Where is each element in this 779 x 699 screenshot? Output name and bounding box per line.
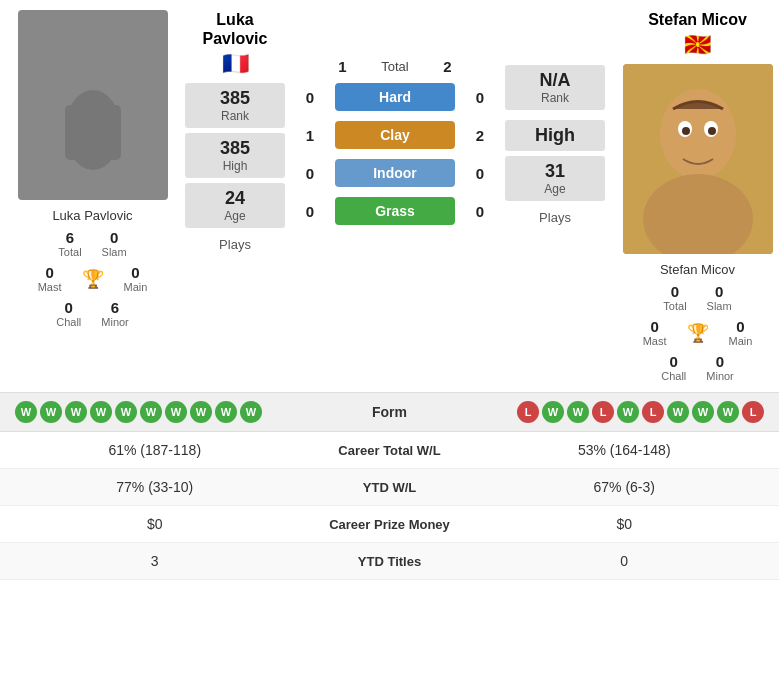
right-form-badge-6: W: [667, 401, 689, 423]
left-player-header-name: LukaPavlovic: [203, 10, 268, 48]
left-age-box: 24 Age: [185, 183, 285, 228]
left-total-value: 6: [58, 229, 81, 246]
total-left-score: 1: [330, 58, 355, 75]
stats-table: 61% (187-118) Career Total W/L 53% (164-…: [0, 432, 779, 580]
right-chall-value: 0: [661, 353, 686, 370]
left-total-label: Total: [58, 246, 81, 258]
svg-point-10: [708, 127, 716, 135]
left-form-badge-7: W: [190, 401, 212, 423]
stats-left-1: 77% (33-10): [20, 479, 290, 495]
right-form-badge-1: W: [542, 401, 564, 423]
left-age-value: 24: [197, 188, 273, 209]
right-plays-label: Plays: [539, 210, 571, 225]
right-slam-stat: 0 Slam: [707, 283, 732, 312]
left-form-badge-2: W: [65, 401, 87, 423]
svg-rect-3: [106, 105, 121, 160]
grass-right-score: 0: [465, 203, 495, 220]
right-player-name-below: Stefan Micov: [660, 262, 735, 277]
left-high-value: 385: [197, 138, 273, 159]
right-middle-stats: N/A Rank High 31 Age Plays: [495, 10, 615, 382]
stats-row-2: $0 Career Prize Money $0: [0, 506, 779, 543]
svg-point-9: [682, 127, 690, 135]
left-plays-label: Plays: [219, 237, 251, 252]
left-high-label: High: [197, 159, 273, 173]
right-form-badges: LWWLWLWWWL: [517, 401, 764, 423]
indoor-badge: Indoor: [335, 159, 455, 187]
left-form-badge-3: W: [90, 401, 112, 423]
right-main-stat: 0 Main: [729, 318, 753, 347]
left-high-box: 385 High: [185, 133, 285, 178]
stats-right-0: 53% (164-148): [490, 442, 760, 458]
left-trophy-row: 0 Mast 🏆 0 Main: [10, 264, 175, 293]
left-player-photo: [18, 10, 168, 200]
left-form-badge-5: W: [140, 401, 162, 423]
form-section: WWWWWWWWWW Form LWWLWLWWWL: [0, 392, 779, 432]
clay-row: 1 Clay 2: [295, 121, 495, 149]
stats-row-3: 3 YTD Titles 0: [0, 543, 779, 580]
right-age-box: 31 Age: [505, 156, 605, 201]
comparison-layout: Luka Pavlovic 6 Total 0 Slam 0 Mast 🏆: [0, 0, 779, 382]
stats-label-1: YTD W/L: [290, 480, 490, 495]
hard-row: 0 Hard 0: [295, 83, 495, 111]
hard-badge: Hard: [335, 83, 455, 111]
indoor-row: 0 Indoor 0: [295, 159, 495, 187]
right-minor-value: 0: [706, 353, 734, 370]
left-mast-label: Mast: [38, 281, 62, 293]
left-slam-value: 0: [102, 229, 127, 246]
right-rank-box: N/A Rank: [505, 65, 605, 110]
stats-left-0: 61% (187-118): [20, 442, 290, 458]
right-minor-stat: 0 Minor: [706, 353, 734, 382]
right-form-badge-9: L: [742, 401, 764, 423]
left-stats-row1: 6 Total 0 Slam: [10, 229, 175, 258]
right-chall-stat: 0 Chall: [661, 353, 686, 382]
left-minor-stat: 6 Minor: [101, 299, 129, 328]
left-player-silhouette: [53, 35, 133, 175]
total-right-score: 2: [435, 58, 460, 75]
left-player-column: Luka Pavlovic 6 Total 0 Slam 0 Mast 🏆: [10, 10, 175, 382]
left-mast-stat: 0 Mast: [38, 264, 62, 293]
left-form-badge-4: W: [115, 401, 137, 423]
right-form-badge-4: W: [617, 401, 639, 423]
total-row: 1 Total 2: [295, 58, 495, 75]
right-trophy-row: 0 Mast 🏆 0 Main: [615, 318, 779, 347]
stats-right-2: $0: [490, 516, 760, 532]
left-form-badge-0: W: [15, 401, 37, 423]
grass-left-score: 0: [295, 203, 325, 220]
total-label: Total: [355, 59, 435, 74]
left-chall-stat: 0 Chall: [56, 299, 81, 328]
left-form-badge-6: W: [165, 401, 187, 423]
clay-badge: Clay: [335, 121, 455, 149]
hard-left-score: 0: [295, 89, 325, 106]
left-flag: 🇫🇷: [222, 51, 249, 77]
right-mast-stat: 0 Mast: [643, 318, 667, 347]
right-trophy-icon: 🏆: [687, 322, 709, 344]
left-chall-label: Chall: [56, 316, 81, 328]
right-form-badge-5: L: [642, 401, 664, 423]
stats-right-1: 67% (6-3): [490, 479, 760, 495]
center-surface-comparison: 1 Total 2 0 Hard 0 1 Clay 2 0 Indoor 0 0: [295, 10, 495, 382]
right-stats-row1: 0 Total 0 Slam: [615, 283, 779, 312]
stats-label-3: YTD Titles: [290, 554, 490, 569]
left-form-badge-1: W: [40, 401, 62, 423]
left-form-badge-9: W: [240, 401, 262, 423]
right-form-badge-3: L: [592, 401, 614, 423]
left-form-badges: WWWWWWWWWW: [15, 401, 262, 423]
right-form-badge-7: W: [692, 401, 714, 423]
grass-badge: Grass: [335, 197, 455, 225]
left-trophy-icon: 🏆: [82, 268, 104, 290]
left-rank-box: 385 Rank: [185, 83, 285, 128]
right-mast-value: 0: [643, 318, 667, 335]
left-chall-value: 0: [56, 299, 81, 316]
left-slam-label: Slam: [102, 246, 127, 258]
right-main-value: 0: [729, 318, 753, 335]
left-main-value: 0: [124, 264, 148, 281]
left-minor-value: 6: [101, 299, 129, 316]
right-chall-minor-row: 0 Chall 0 Minor: [615, 353, 779, 382]
left-mast-value: 0: [38, 264, 62, 281]
right-slam-label: Slam: [707, 300, 732, 312]
right-age-value: 31: [517, 161, 593, 182]
right-player-face: [623, 64, 773, 254]
right-rank-value: N/A: [517, 70, 593, 91]
left-minor-label: Minor: [101, 316, 129, 328]
hard-right-score: 0: [465, 89, 495, 106]
